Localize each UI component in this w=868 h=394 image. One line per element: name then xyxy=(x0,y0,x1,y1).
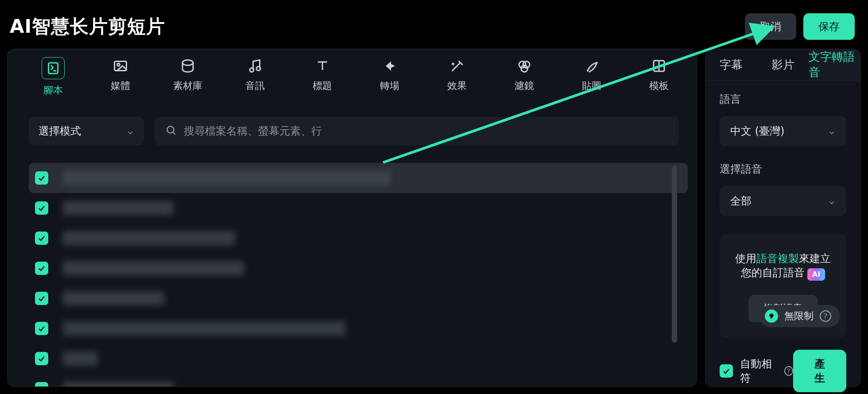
app-header: AI智慧长片剪短片 取消 保存 xyxy=(0,4,868,49)
unlimited-label: 無限制 xyxy=(784,309,814,323)
transition-icon xyxy=(380,57,400,75)
svg-point-8 xyxy=(587,70,589,72)
filter-icon xyxy=(514,57,535,75)
row-checkbox[interactable] xyxy=(35,382,48,386)
script-row[interactable] xyxy=(29,313,688,344)
save-button[interactable]: 保存 xyxy=(803,13,855,40)
script-row[interactable] xyxy=(29,193,688,223)
tool-effect[interactable]: 效果 xyxy=(437,57,477,97)
tool-label: 媒體 xyxy=(111,79,130,93)
auto-fit-label: 自動相符 xyxy=(740,357,777,385)
search-box[interactable] xyxy=(155,117,679,145)
audio-icon xyxy=(245,57,265,75)
effect-icon xyxy=(447,57,467,75)
tool-label: 音訊 xyxy=(245,79,265,93)
media-icon xyxy=(110,57,131,75)
help-icon[interactable]: ? xyxy=(784,366,793,376)
script-row[interactable] xyxy=(29,374,688,386)
script-text-redacted xyxy=(62,291,164,305)
script-row[interactable] xyxy=(29,223,688,253)
tool-sticker[interactable]: 貼圖 xyxy=(572,57,612,97)
promo-text-line: 使用語音複製來建立您的自訂語音AI xyxy=(732,251,834,281)
tool-title[interactable]: 標題 xyxy=(302,57,342,97)
main-panel: 腳本媒體素材庫音訊標題轉場效果濾鏡貼圖模板 選擇模式 xyxy=(7,49,697,387)
script-row[interactable] xyxy=(29,253,688,283)
script-text-redacted xyxy=(62,382,173,386)
tab-tts[interactable]: 文字轉語音 xyxy=(809,49,860,80)
side-body: 語言 中文 (臺灣) 選擇語音 全部 使用語音複製來建立您的自訂 xyxy=(705,81,860,341)
tool-audio[interactable]: 音訊 xyxy=(235,57,275,97)
row-checkbox[interactable] xyxy=(35,201,48,215)
select-mode-dropdown[interactable]: 選擇模式 xyxy=(29,117,144,145)
search-input[interactable] xyxy=(184,119,668,143)
toolbar: 腳本媒體素材庫音訊標題轉場效果濾鏡貼圖模板 xyxy=(8,49,697,104)
sticker-icon xyxy=(581,57,602,75)
tool-template[interactable]: 模板 xyxy=(639,57,679,97)
row-checkbox[interactable] xyxy=(35,232,48,245)
scrollbar-handle[interactable] xyxy=(672,166,677,343)
side-panel: 字幕影片文字轉語音 語言 中文 (臺灣) 選擇語音 全部 xyxy=(705,49,861,387)
help-icon[interactable]: ? xyxy=(820,310,831,322)
language-value: 中文 (臺灣) xyxy=(730,124,784,138)
script-text-redacted xyxy=(62,321,346,336)
generate-button[interactable]: 產生 xyxy=(793,350,846,392)
select-mode-label: 選擇模式 xyxy=(39,124,81,138)
svg-point-12 xyxy=(167,126,174,133)
svg-point-4 xyxy=(256,67,260,71)
auto-fit-row: 自動相符 ? xyxy=(720,357,793,385)
voice-clone-link[interactable]: 語音複製 xyxy=(756,252,799,265)
tool-label: 素材庫 xyxy=(173,79,202,93)
script-row[interactable] xyxy=(29,163,688,193)
script-text-redacted xyxy=(62,201,173,215)
script-icon xyxy=(42,57,65,79)
header-actions: 取消 保存 xyxy=(745,13,855,40)
tool-label: 腳本 xyxy=(43,84,63,97)
voice-label: 選擇語音 xyxy=(720,162,846,176)
svg-point-2 xyxy=(117,63,120,66)
chevron-down-icon xyxy=(828,197,836,205)
chevron-down-icon xyxy=(126,127,134,135)
tool-label: 轉場 xyxy=(380,79,399,93)
tool-transition[interactable]: 轉場 xyxy=(370,57,410,97)
auto-fit-checkbox[interactable] xyxy=(720,364,733,378)
script-text-redacted xyxy=(62,171,390,185)
unlimited-pill[interactable]: 無限制 ? xyxy=(760,305,840,327)
chevron-down-icon xyxy=(828,127,836,135)
ai-badge: AI xyxy=(807,268,825,281)
voice-dropdown[interactable]: 全部 xyxy=(720,186,846,216)
row-checkbox[interactable] xyxy=(35,322,48,335)
row-checkbox[interactable] xyxy=(35,292,48,305)
tool-label: 濾鏡 xyxy=(515,79,534,93)
cancel-button[interactable]: 取消 xyxy=(745,13,796,40)
tab-video[interactable]: 影片 xyxy=(757,49,809,80)
voice-value: 全部 xyxy=(730,194,752,208)
tool-media[interactable]: 媒體 xyxy=(101,57,140,97)
tool-label: 貼圖 xyxy=(582,79,601,93)
language-label: 語言 xyxy=(720,92,846,106)
script-list xyxy=(8,151,697,386)
search-icon xyxy=(165,124,177,138)
script-text-redacted xyxy=(62,261,244,275)
script-row[interactable] xyxy=(29,344,688,374)
svg-rect-1 xyxy=(115,62,127,71)
tab-subtitle[interactable]: 字幕 xyxy=(705,49,757,80)
tool-stock[interactable]: 素材庫 xyxy=(168,57,208,97)
tool-script[interactable]: 腳本 xyxy=(33,57,73,97)
diamond-icon xyxy=(765,309,778,323)
side-footer: 自動相符 ? 產生 xyxy=(705,341,860,394)
row-checkbox[interactable] xyxy=(35,352,48,365)
script-text-redacted xyxy=(62,352,98,366)
row-checkbox[interactable] xyxy=(35,262,48,275)
stock-icon xyxy=(178,57,198,75)
side-tabs: 字幕影片文字轉語音 xyxy=(705,49,860,81)
controls-row: 選擇模式 xyxy=(8,104,697,151)
tool-filter[interactable]: 濾鏡 xyxy=(504,57,544,97)
row-checkbox[interactable] xyxy=(35,171,48,185)
tool-label: 標題 xyxy=(313,79,332,93)
svg-point-3 xyxy=(250,68,254,72)
language-dropdown[interactable]: 中文 (臺灣) xyxy=(720,116,846,146)
script-text-redacted xyxy=(62,231,235,245)
svg-line-13 xyxy=(173,132,175,135)
tool-label: 效果 xyxy=(447,79,467,93)
script-row[interactable] xyxy=(29,283,688,313)
